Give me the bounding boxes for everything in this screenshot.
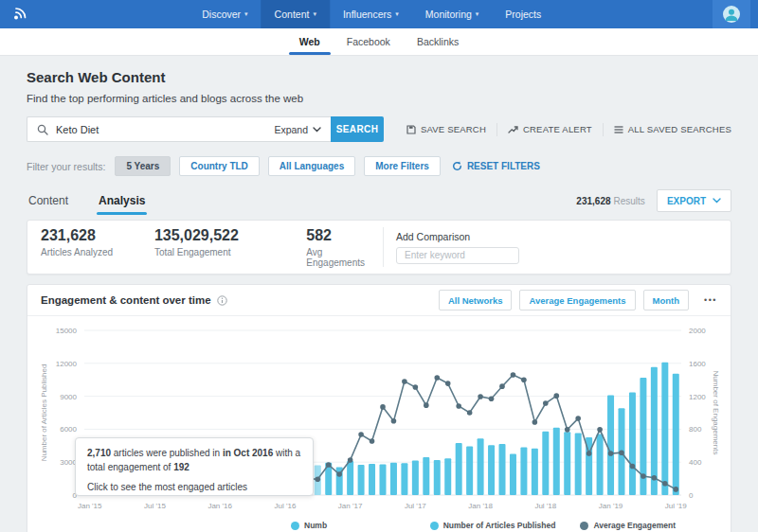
svg-text:1600: 1600 — [689, 360, 706, 368]
month-button[interactable]: Month — [643, 290, 690, 310]
filter-chip-5-years[interactable]: 5 Years — [115, 156, 171, 176]
filter-label: Filter your results: — [27, 161, 105, 172]
svg-text:Jan '15: Jan '15 — [78, 502, 102, 510]
svg-text:400: 400 — [689, 458, 702, 467]
search-input[interactable]: Keto Diet Expand — [27, 116, 331, 142]
save-search-button[interactable]: SAVE SEARCH — [396, 124, 496, 134]
legend-item-articles-published[interactable]: Number of Articles Published — [430, 521, 556, 530]
tab-web[interactable]: Web — [286, 28, 334, 55]
buzzsumo-logo-icon — [9, 3, 30, 26]
all-networks-button[interactable]: All Networks — [439, 290, 513, 310]
nav-item-influencers[interactable]: Influencers ▾ — [330, 0, 412, 28]
svg-text:1200: 1200 — [689, 393, 706, 401]
nav-label: Influencers — [343, 9, 391, 20]
svg-text:2000: 2000 — [689, 327, 706, 335]
stat-value: 135,029,522 — [154, 227, 293, 244]
svg-text:Jul '19: Jul '19 — [665, 502, 687, 510]
stat-value: 582 — [306, 227, 383, 244]
avatar — [723, 6, 740, 23]
legend-dot-cyan — [291, 522, 299, 530]
legend-item-average-engagement[interactable]: Average Engagement — [580, 521, 676, 530]
page-title: Search Web Content — [27, 69, 731, 85]
nav-item-projects[interactable]: Projects — [492, 0, 554, 28]
chart-controls: All Networks Average Engagements Month •… — [439, 290, 717, 310]
average-engagements-button[interactable]: Average Engagements — [519, 290, 635, 310]
filter-chip-all-languages[interactable]: All Languages — [268, 156, 355, 176]
legend-item-partial[interactable]: Numb — [291, 521, 329, 530]
filter-chip-more-filters[interactable]: More Filters — [364, 156, 441, 176]
tab-facebook[interactable]: Facebook — [334, 28, 404, 55]
svg-text:Number of Engagements: Number of Engagements — [712, 371, 720, 455]
chart-header: Engagement & content over time All Netwo… — [27, 285, 731, 316]
svg-text:Jul '16: Jul '16 — [274, 502, 296, 510]
search-button[interactable]: SEARCH — [331, 116, 384, 142]
more-options-icon[interactable]: ••• — [704, 295, 717, 305]
svg-text:Jan '16: Jan '16 — [208, 502, 232, 510]
engagement-chart[interactable]: 0030004006000800900012001200016001500020… — [27, 316, 731, 532]
tooltip-cta: Click to see the most engaged articles — [87, 481, 301, 495]
account-menu-button[interactable] — [713, 0, 750, 28]
nav-label: Monitoring — [425, 9, 472, 20]
svg-text:Jan '18: Jan '18 — [468, 502, 493, 510]
content-type-tabs: Web Facebook Backlinks — [0, 28, 758, 56]
tab-analysis[interactable]: Analysis — [97, 194, 147, 215]
page-subtitle: Find the top performing articles and blo… — [27, 93, 731, 104]
main-menu: Discover ▾ Content ▾ Influencers ▾ Monit… — [189, 0, 554, 28]
action-label: ALL SAVED SEARCHES — [628, 124, 731, 134]
expand-toggle[interactable]: Expand — [274, 124, 321, 135]
info-icon[interactable] — [217, 295, 227, 306]
stat-value: 231,628 — [41, 227, 141, 244]
app-logo[interactable] — [9, 3, 30, 26]
analysis-tabs-row: Content Analysis 231,628Results EXPORT — [27, 189, 731, 215]
nav-label: Discover — [202, 9, 241, 20]
results-count: 231,628Results — [573, 195, 645, 206]
search-row: Keto Diet Expand SEARCH SAVE SEARCH — [27, 116, 731, 142]
chart-title: Engagement & content over time — [41, 294, 227, 306]
filter-chip-country-tld[interactable]: Country TLD — [179, 156, 260, 176]
refresh-icon — [452, 161, 462, 171]
chart-body: 0030004006000800900012001200016001500020… — [27, 316, 731, 532]
svg-text:800: 800 — [689, 425, 702, 434]
summary-stats-card: 231,628 Articles Analyzed 135,029,522 To… — [27, 220, 731, 275]
results-number: 231,628 — [576, 196, 610, 206]
search-query-text: Keto Diet — [56, 124, 266, 135]
nav-label: Content — [275, 9, 310, 20]
legend-label: Numb — [304, 521, 327, 530]
svg-text:Jan '19: Jan '19 — [599, 502, 623, 510]
nav-item-content[interactable]: Content ▾ — [262, 0, 330, 28]
all-saved-searches-button[interactable]: ALL SAVED SEARCHES — [604, 124, 731, 134]
nav-label: Projects — [505, 9, 541, 20]
chevron-down-icon: ▾ — [395, 10, 399, 18]
tooltip-line-1: 2,710 articles were published in in Oct … — [87, 447, 301, 474]
nav-item-monitoring[interactable]: Monitoring ▾ — [412, 0, 493, 28]
comparison-keyword-input[interactable] — [396, 247, 519, 264]
svg-text:6000: 6000 — [60, 425, 77, 434]
nav-item-discover[interactable]: Discover ▾ — [189, 0, 261, 28]
svg-text:Jul '18: Jul '18 — [534, 502, 556, 510]
tab-content[interactable]: Content — [27, 194, 70, 215]
user-icon — [723, 6, 740, 23]
action-label: SAVE SEARCH — [421, 124, 486, 134]
chevron-down-icon — [713, 198, 721, 204]
create-alert-button[interactable]: CREATE ALERT — [497, 124, 603, 134]
chart-legend: Number of Articles Published Average Eng… — [430, 521, 676, 530]
stat-label: Articles Analyzed — [41, 247, 141, 257]
expand-label: Expand — [274, 124, 308, 135]
action-label: CREATE ALERT — [523, 124, 592, 134]
list-icon — [614, 125, 623, 134]
chart-title-text: Engagement & content over time — [41, 294, 211, 306]
tabs-right: 231,628Results EXPORT — [573, 189, 731, 215]
tab-backlinks[interactable]: Backlinks — [404, 28, 472, 55]
legend-label: Number of Articles Published — [443, 521, 556, 530]
reset-filters-button[interactable]: RESET FILTERS — [452, 161, 540, 171]
tooltip-text: articles were published in — [111, 448, 223, 458]
svg-text:0: 0 — [689, 491, 694, 500]
chevron-down-icon: ▾ — [313, 10, 316, 18]
stat-total-engagement: 135,029,522 Total Engagement — [141, 227, 293, 268]
add-comparison: Add Comparison — [384, 231, 519, 264]
svg-text:12000: 12000 — [56, 360, 78, 368]
search-icon — [37, 124, 48, 135]
svg-text:Jan '17: Jan '17 — [338, 502, 363, 510]
chevron-down-icon: ▾ — [476, 10, 479, 18]
export-button[interactable]: EXPORT — [657, 189, 731, 212]
